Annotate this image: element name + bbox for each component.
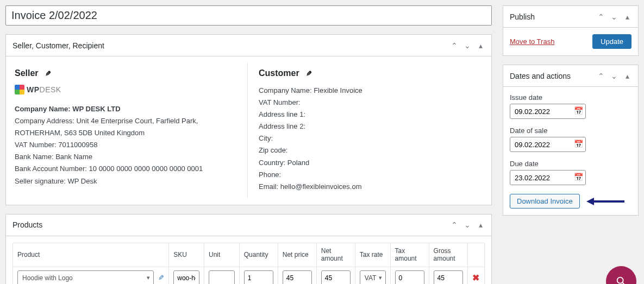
products-table: Product SKU Unit Quantity Net price Net …	[12, 243, 485, 284]
customer-vat: VAT Number:	[259, 97, 483, 109]
move-to-trash-link[interactable]: Move to Trash	[510, 37, 554, 46]
publish-panel: Publish ⌃ ⌄ ▴ Move to Trash Update	[503, 5, 639, 56]
seller-bank-name: Bank Name: Bank Name	[15, 151, 239, 163]
panel-down-icon[interactable]: ⌄	[463, 42, 472, 49]
table-row: Hoodie with Logo ✎ VAT	[13, 267, 485, 284]
invoice-title-input[interactable]	[5, 5, 492, 26]
issue-date-label: Issue date	[510, 93, 632, 102]
due-date-label: Due date	[510, 160, 632, 168]
pencil-icon[interactable]: ✎	[158, 274, 164, 282]
due-date-input[interactable]	[510, 170, 586, 185]
col-sku: SKU	[169, 243, 204, 267]
net-price-input[interactable]	[283, 270, 312, 284]
panel-up-icon[interactable]: ⌃	[450, 42, 459, 49]
publish-heading: Publish	[510, 12, 535, 21]
customer-zip: Zip code:	[259, 144, 483, 156]
seller-signature: Seller signature: WP Desk	[15, 175, 239, 187]
col-gross-amount: Gross amount	[429, 243, 467, 267]
col-unit: Unit	[204, 243, 239, 267]
panel-up-icon[interactable]: ⌃	[597, 13, 605, 21]
svg-point-2	[617, 277, 623, 283]
pencil-icon[interactable]: ✎	[45, 70, 51, 78]
pencil-icon[interactable]: ✎	[306, 70, 312, 78]
customer-city: City:	[259, 132, 483, 144]
product-select[interactable]: Hoodie with Logo	[17, 270, 154, 284]
seller-customer-panel: Seller, Customer, Recipient ⌃ ⌄ ▴ Seller…	[5, 34, 492, 205]
col-net-price: Net price	[278, 243, 316, 267]
products-heading: Products	[12, 220, 42, 229]
col-tax-rate: Tax rate	[355, 243, 390, 267]
remove-row-icon[interactable]: ✖	[472, 273, 480, 283]
customer-email: Email: hello@flexibleinvoices.om	[259, 181, 483, 193]
col-product: Product	[13, 243, 169, 267]
customer-phone: Phone:	[259, 169, 483, 181]
tax-rate-select[interactable]: VAT	[360, 270, 386, 284]
unit-input[interactable]	[209, 270, 235, 284]
customer-country: Country: Poland	[259, 157, 483, 169]
panel-down-icon[interactable]: ⌄	[610, 13, 618, 21]
seller-bank-account: Bank Account Number: 10 0000 0000 0000 0…	[15, 163, 239, 175]
magnifier-icon	[615, 275, 627, 284]
panel-down-icon[interactable]: ⌄	[463, 221, 472, 229]
dates-heading: Dates and actions	[510, 72, 571, 80]
sale-date-label: Date of sale	[510, 127, 632, 135]
col-tax-amount: Tax amount	[390, 243, 429, 267]
panel-toggle-icon[interactable]: ▴	[476, 221, 485, 229]
sku-input[interactable]	[173, 270, 199, 284]
net-amount-input[interactable]	[321, 270, 351, 284]
sale-date-input[interactable]	[510, 137, 586, 152]
arrow-left-icon	[586, 196, 626, 207]
panel-down-icon[interactable]: ⌄	[610, 72, 618, 80]
panel-toggle-icon[interactable]: ▴	[476, 42, 485, 49]
qty-input[interactable]	[244, 270, 273, 284]
panel-up-icon[interactable]: ⌃	[450, 221, 459, 229]
seller-company-name: Company Name: WP DESK LTD	[15, 103, 239, 115]
download-invoice-button[interactable]: Download Invoice	[510, 194, 580, 209]
seller-customer-heading: Seller, Customer, Recipient	[12, 41, 104, 50]
col-net-amount: Net amount	[316, 243, 355, 267]
tax-amount-input[interactable]	[395, 270, 424, 284]
seller-vat: VAT Number: 7011000958	[15, 139, 239, 151]
customer-addr2: Address line 2:	[259, 121, 483, 132]
customer-panel: Customer ✎ Company Name: Flexible Invoic…	[248, 63, 485, 198]
panel-toggle-icon[interactable]: ▴	[623, 13, 632, 21]
panel-up-icon[interactable]: ⌃	[597, 72, 605, 80]
seller-address: Company Address: Unit 4e Enterprise Cour…	[15, 115, 239, 139]
issue-date-input[interactable]	[510, 104, 586, 119]
wpdesk-logo: WPDESK	[15, 85, 239, 94]
customer-heading: Customer	[259, 68, 299, 78]
seller-heading: Seller	[15, 68, 39, 78]
logo-cube-icon	[15, 85, 24, 94]
col-qty: Quantity	[239, 243, 278, 267]
panel-toggle-icon[interactable]: ▴	[623, 72, 632, 80]
customer-company-name: Company Name: Flexible Invoice	[259, 85, 483, 97]
gross-amount-input[interactable]	[434, 270, 463, 284]
dates-actions-panel: Dates and actions ⌃ ⌄ ▴ Issue date 📅 Dat…	[503, 65, 639, 216]
products-panel: Products ⌃ ⌄ ▴ Product SKU U	[5, 214, 492, 284]
svg-marker-1	[586, 198, 594, 205]
customer-addr1: Address line 1:	[259, 109, 483, 121]
update-button[interactable]: Update	[592, 34, 632, 49]
seller-panel: Seller ✎ WPDESK Company Name: WP DESK LT…	[12, 63, 248, 198]
